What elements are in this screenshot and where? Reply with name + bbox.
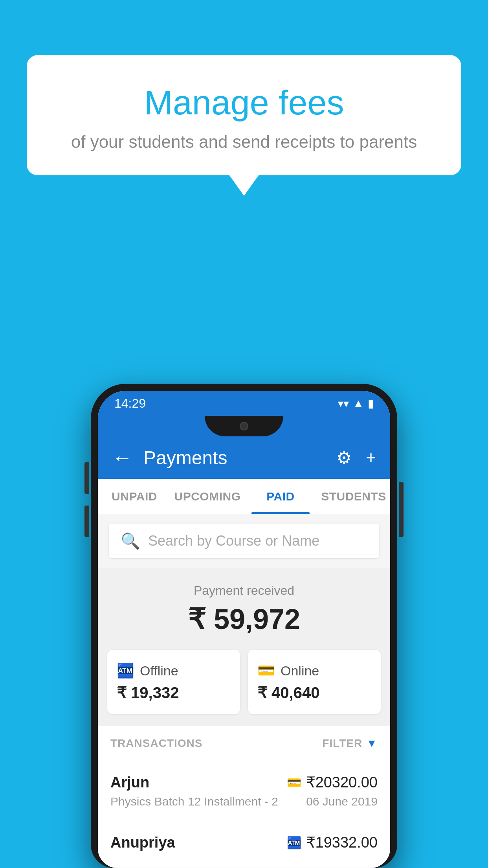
payment-summary: Payment received ₹ 59,972 — [98, 568, 390, 650]
tab-unpaid[interactable]: UNPAID — [98, 479, 171, 514]
notch-bar — [98, 416, 390, 436]
offline-card: 🏧 Offline ₹ 19,332 — [107, 650, 240, 714]
transaction-top: Arjun 💳 ₹20320.00 — [110, 774, 378, 791]
signal-icon: ▲ — [353, 397, 364, 410]
tab-students[interactable]: STUDENTS — [317, 479, 390, 514]
side-button-vol-down — [84, 506, 89, 537]
payment-type-icon: 🏧 — [287, 836, 301, 850]
transaction-amount: ₹20320.00 — [306, 774, 378, 791]
online-card-header: 💳 Online — [257, 662, 371, 679]
transactions-header: TRANSACTIONS FILTER ▼ — [98, 726, 390, 761]
app-bar-actions: ⚙ + — [336, 448, 376, 468]
side-button-power — [399, 482, 404, 537]
offline-label: Offline — [140, 663, 178, 679]
phone-mockup: 14:29 ▾▾ ▲ ▮ ← Payments ⚙ + — [91, 384, 397, 868]
back-button[interactable]: ← — [112, 447, 132, 468]
tab-upcoming[interactable]: UPCOMING — [171, 479, 244, 514]
front-camera — [240, 422, 248, 430]
transaction-date: 06 June 2019 — [306, 795, 378, 808]
transaction-amount: ₹19332.00 — [306, 834, 378, 851]
search-icon: 🔍 — [121, 532, 140, 550]
speech-bubble-container: Manage fees of your students and send re… — [27, 55, 461, 175]
offline-card-header: 🏧 Offline — [117, 662, 231, 679]
transaction-amount-row: 💳 ₹20320.00 — [287, 774, 378, 791]
payment-type-icon: 💳 — [287, 776, 301, 789]
status-icons: ▾▾ ▲ ▮ — [338, 397, 374, 410]
search-container: 🔍 Search by Course or Name — [98, 514, 390, 568]
offline-icon: 🏧 — [117, 662, 134, 679]
status-time: 14:29 — [114, 396, 146, 411]
filter-icon: ▼ — [366, 737, 378, 750]
payment-total-amount: ₹ 59,972 — [106, 603, 382, 636]
notch — [205, 416, 283, 436]
wifi-icon: ▾▾ — [338, 397, 349, 410]
table-row[interactable]: Anupriya 🏧 ₹19332.00 — [98, 821, 390, 868]
online-amount: ₹ 40,640 — [257, 684, 371, 702]
online-label: Online — [281, 663, 319, 679]
side-button-vol-up — [84, 462, 89, 494]
phone-outer: 14:29 ▾▾ ▲ ▮ ← Payments ⚙ + — [91, 384, 397, 868]
battery-icon: ▮ — [368, 397, 374, 410]
filter-label: FILTER — [322, 737, 362, 750]
add-icon[interactable]: + — [366, 448, 376, 467]
settings-icon[interactable]: ⚙ — [336, 448, 352, 468]
bubble-title: Manage fees — [58, 83, 430, 123]
search-placeholder: Search by Course or Name — [148, 533, 319, 549]
tabs-bar: UNPAID UPCOMING PAID STUDENTS — [98, 479, 390, 514]
transaction-top: Anupriya 🏧 ₹19332.00 — [110, 834, 378, 851]
transaction-course: Physics Batch 12 Installment - 2 — [110, 795, 278, 808]
bubble-subtitle: of your students and send receipts to pa… — [58, 132, 430, 152]
payment-cards: 🏧 Offline ₹ 19,332 💳 Online ₹ 40,640 — [98, 650, 390, 726]
phone-screen: 14:29 ▾▾ ▲ ▮ ← Payments ⚙ + — [98, 391, 390, 868]
status-bar: 14:29 ▾▾ ▲ ▮ — [98, 391, 390, 416]
online-card: 💳 Online ₹ 40,640 — [248, 650, 381, 714]
transactions-label: TRANSACTIONS — [110, 737, 202, 750]
transaction-name: Anupriya — [110, 834, 175, 851]
transaction-bottom: Physics Batch 12 Installment - 2 06 June… — [110, 795, 378, 808]
transaction-name: Arjun — [110, 774, 149, 791]
speech-bubble: Manage fees of your students and send re… — [27, 55, 461, 175]
online-icon: 💳 — [257, 662, 275, 679]
tab-paid[interactable]: PAID — [244, 479, 317, 514]
table-row[interactable]: Arjun 💳 ₹20320.00 Physics Batch 12 Insta… — [98, 761, 390, 821]
payment-received-label: Payment received — [106, 583, 382, 598]
filter-button[interactable]: FILTER ▼ — [322, 737, 378, 750]
app-bar: ← Payments ⚙ + — [98, 436, 390, 479]
search-box[interactable]: 🔍 Search by Course or Name — [109, 524, 379, 558]
transaction-amount-row: 🏧 ₹19332.00 — [287, 834, 378, 851]
offline-amount: ₹ 19,332 — [117, 684, 231, 702]
page-title: Payments — [143, 447, 336, 469]
